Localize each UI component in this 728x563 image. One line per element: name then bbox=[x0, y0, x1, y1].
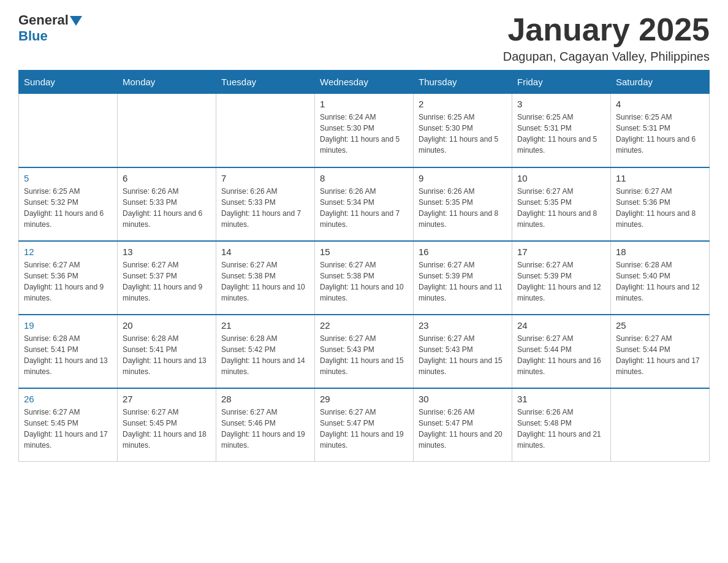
day-number: 23 bbox=[419, 320, 507, 331]
calendar-day-cell: 31Sunrise: 6:26 AMSunset: 5:48 PMDayligh… bbox=[512, 388, 611, 462]
day-info: Sunrise: 6:27 AMSunset: 5:36 PMDaylight:… bbox=[24, 259, 112, 304]
calendar-day-cell: 19Sunrise: 6:28 AMSunset: 5:41 PMDayligh… bbox=[19, 315, 118, 388]
calendar-subtitle: Dagupan, Cagayan Valley, Philippines bbox=[503, 50, 710, 64]
logo-triangle-icon bbox=[70, 16, 82, 26]
calendar-day-cell: 25Sunrise: 6:27 AMSunset: 5:44 PMDayligh… bbox=[611, 315, 710, 388]
day-info: Sunrise: 6:25 AMSunset: 5:31 PMDaylight:… bbox=[517, 112, 605, 156]
day-info: Sunrise: 6:26 AMSunset: 5:35 PMDaylight:… bbox=[419, 186, 507, 230]
day-info: Sunrise: 6:28 AMSunset: 5:41 PMDaylight:… bbox=[24, 333, 112, 377]
calendar-title: January 2025 bbox=[503, 12, 710, 47]
calendar-day-cell: 3Sunrise: 6:25 AMSunset: 5:31 PMDaylight… bbox=[512, 94, 611, 167]
day-info: Sunrise: 6:27 AMSunset: 5:44 PMDaylight:… bbox=[616, 333, 704, 377]
day-info: Sunrise: 6:26 AMSunset: 5:48 PMDaylight:… bbox=[517, 407, 605, 451]
day-number: 15 bbox=[320, 247, 408, 257]
day-info: Sunrise: 6:27 AMSunset: 5:38 PMDaylight:… bbox=[221, 259, 309, 304]
day-number: 4 bbox=[616, 99, 704, 109]
calendar-week-row: 26Sunrise: 6:27 AMSunset: 5:45 PMDayligh… bbox=[19, 388, 710, 462]
day-number: 12 bbox=[24, 247, 112, 257]
day-number: 8 bbox=[320, 173, 408, 183]
day-info: Sunrise: 6:27 AMSunset: 5:37 PMDaylight:… bbox=[123, 259, 211, 304]
day-info: Sunrise: 6:27 AMSunset: 5:43 PMDaylight:… bbox=[419, 333, 507, 377]
calendar-day-cell: 17Sunrise: 6:27 AMSunset: 5:39 PMDayligh… bbox=[512, 241, 611, 315]
day-of-week-header: Friday bbox=[512, 71, 611, 94]
calendar-day-cell: 1Sunrise: 6:24 AMSunset: 5:30 PMDaylight… bbox=[315, 94, 414, 167]
day-number: 11 bbox=[616, 173, 704, 183]
page-header: General Blue January 2025 Dagupan, Cagay… bbox=[18, 12, 710, 64]
day-info: Sunrise: 6:26 AMSunset: 5:33 PMDaylight:… bbox=[221, 186, 309, 230]
calendar-day-cell: 8Sunrise: 6:26 AMSunset: 5:34 PMDaylight… bbox=[315, 167, 414, 241]
logo-general-text: General bbox=[18, 12, 69, 28]
calendar-day-cell: 23Sunrise: 6:27 AMSunset: 5:43 PMDayligh… bbox=[414, 315, 512, 388]
day-number: 9 bbox=[419, 173, 507, 183]
calendar-header: SundayMondayTuesdayWednesdayThursdayFrid… bbox=[19, 71, 710, 94]
calendar-day-cell: 21Sunrise: 6:28 AMSunset: 5:42 PMDayligh… bbox=[216, 315, 315, 388]
day-number: 22 bbox=[320, 320, 408, 331]
calendar-day-cell: 22Sunrise: 6:27 AMSunset: 5:43 PMDayligh… bbox=[315, 315, 414, 388]
day-number: 30 bbox=[419, 394, 507, 404]
calendar-day-cell: 2Sunrise: 6:25 AMSunset: 5:30 PMDaylight… bbox=[414, 94, 512, 167]
day-number: 7 bbox=[221, 173, 309, 183]
calendar-day-cell: 13Sunrise: 6:27 AMSunset: 5:37 PMDayligh… bbox=[118, 241, 216, 315]
day-info: Sunrise: 6:28 AMSunset: 5:40 PMDaylight:… bbox=[616, 259, 704, 304]
day-number: 10 bbox=[517, 173, 605, 183]
calendar-day-cell: 5Sunrise: 6:25 AMSunset: 5:32 PMDaylight… bbox=[19, 167, 118, 241]
day-info: Sunrise: 6:26 AMSunset: 5:33 PMDaylight:… bbox=[123, 186, 211, 230]
day-info: Sunrise: 6:27 AMSunset: 5:44 PMDaylight:… bbox=[517, 333, 605, 377]
day-number: 28 bbox=[221, 394, 309, 404]
day-number: 3 bbox=[517, 99, 605, 109]
day-info: Sunrise: 6:27 AMSunset: 5:45 PMDaylight:… bbox=[123, 407, 211, 451]
calendar-day-cell: 11Sunrise: 6:27 AMSunset: 5:36 PMDayligh… bbox=[611, 167, 710, 241]
day-info: Sunrise: 6:27 AMSunset: 5:35 PMDaylight:… bbox=[517, 186, 605, 230]
day-number: 14 bbox=[221, 247, 309, 257]
day-number: 18 bbox=[616, 247, 704, 257]
day-number: 6 bbox=[123, 173, 211, 183]
day-info: Sunrise: 6:25 AMSunset: 5:31 PMDaylight:… bbox=[616, 112, 704, 156]
day-number: 20 bbox=[123, 320, 211, 331]
day-number: 19 bbox=[24, 320, 112, 331]
day-number: 21 bbox=[221, 320, 309, 331]
day-info: Sunrise: 6:26 AMSunset: 5:47 PMDaylight:… bbox=[419, 407, 507, 451]
day-info: Sunrise: 6:27 AMSunset: 5:47 PMDaylight:… bbox=[320, 407, 408, 451]
calendar-day-cell bbox=[19, 94, 118, 167]
day-number: 29 bbox=[320, 394, 408, 404]
day-of-week-header: Monday bbox=[118, 71, 216, 94]
logo: General Blue bbox=[18, 12, 82, 44]
day-info: Sunrise: 6:24 AMSunset: 5:30 PMDaylight:… bbox=[320, 112, 408, 156]
day-of-week-header: Thursday bbox=[414, 71, 512, 94]
day-number: 2 bbox=[419, 99, 507, 109]
calendar-week-row: 19Sunrise: 6:28 AMSunset: 5:41 PMDayligh… bbox=[19, 315, 710, 388]
calendar-day-cell: 12Sunrise: 6:27 AMSunset: 5:36 PMDayligh… bbox=[19, 241, 118, 315]
calendar-day-cell bbox=[118, 94, 216, 167]
calendar-day-cell: 26Sunrise: 6:27 AMSunset: 5:45 PMDayligh… bbox=[19, 388, 118, 462]
day-number: 26 bbox=[24, 394, 112, 404]
calendar-day-cell bbox=[611, 388, 710, 462]
calendar-day-cell: 27Sunrise: 6:27 AMSunset: 5:45 PMDayligh… bbox=[118, 388, 216, 462]
day-info: Sunrise: 6:27 AMSunset: 5:39 PMDaylight:… bbox=[517, 259, 605, 304]
calendar-week-row: 12Sunrise: 6:27 AMSunset: 5:36 PMDayligh… bbox=[19, 241, 710, 315]
calendar-day-cell: 20Sunrise: 6:28 AMSunset: 5:41 PMDayligh… bbox=[118, 315, 216, 388]
day-number: 24 bbox=[517, 320, 605, 331]
calendar-day-cell: 7Sunrise: 6:26 AMSunset: 5:33 PMDaylight… bbox=[216, 167, 315, 241]
calendar-day-cell: 18Sunrise: 6:28 AMSunset: 5:40 PMDayligh… bbox=[611, 241, 710, 315]
day-number: 27 bbox=[123, 394, 211, 404]
title-section: January 2025 Dagupan, Cagayan Valley, Ph… bbox=[503, 12, 710, 64]
calendar-day-cell: 28Sunrise: 6:27 AMSunset: 5:46 PMDayligh… bbox=[216, 388, 315, 462]
day-of-week-header: Sunday bbox=[19, 71, 118, 94]
calendar-day-cell: 10Sunrise: 6:27 AMSunset: 5:35 PMDayligh… bbox=[512, 167, 611, 241]
calendar-day-cell: 9Sunrise: 6:26 AMSunset: 5:35 PMDaylight… bbox=[414, 167, 512, 241]
day-info: Sunrise: 6:27 AMSunset: 5:39 PMDaylight:… bbox=[419, 259, 507, 304]
calendar-day-cell: 29Sunrise: 6:27 AMSunset: 5:47 PMDayligh… bbox=[315, 388, 414, 462]
day-info: Sunrise: 6:25 AMSunset: 5:32 PMDaylight:… bbox=[24, 186, 112, 230]
day-number: 16 bbox=[419, 247, 507, 257]
calendar-day-cell: 24Sunrise: 6:27 AMSunset: 5:44 PMDayligh… bbox=[512, 315, 611, 388]
day-info: Sunrise: 6:27 AMSunset: 5:38 PMDaylight:… bbox=[320, 259, 408, 304]
calendar-body: 1Sunrise: 6:24 AMSunset: 5:30 PMDaylight… bbox=[19, 94, 710, 462]
day-info: Sunrise: 6:26 AMSunset: 5:34 PMDaylight:… bbox=[320, 186, 408, 230]
calendar-day-cell bbox=[216, 94, 315, 167]
calendar-day-cell: 16Sunrise: 6:27 AMSunset: 5:39 PMDayligh… bbox=[414, 241, 512, 315]
day-info: Sunrise: 6:27 AMSunset: 5:43 PMDaylight:… bbox=[320, 333, 408, 377]
day-info: Sunrise: 6:27 AMSunset: 5:36 PMDaylight:… bbox=[616, 186, 704, 230]
day-number: 5 bbox=[24, 173, 112, 183]
calendar-table: SundayMondayTuesdayWednesdayThursdayFrid… bbox=[18, 70, 710, 462]
logo-blue-text: Blue bbox=[18, 28, 48, 44]
